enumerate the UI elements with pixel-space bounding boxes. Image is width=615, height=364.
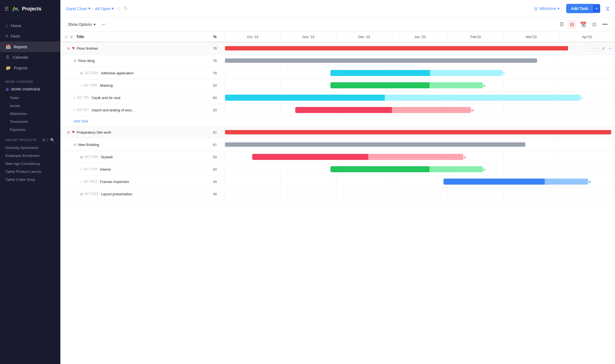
show-options-button[interactable]: Show Options ▾ [66,21,98,28]
bar-solid-interior [330,166,429,172]
gantt-grid-col-5 [504,79,559,91]
gantt-bar-caulk[interactable]: ▶ [225,95,584,101]
gantt-right-cell-new-building [225,139,615,151]
expand-icon-adhesive[interactable]: ⊖ [80,71,83,75]
gantt-row-floor-tiling: ⊖Floor tiling76 [60,55,615,67]
task-id-caulk: DC-T55 [77,96,89,100]
milestone-button[interactable]: ≣ Milestone ▾ [531,4,562,13]
sidebar-item-reports[interactable]: 📅 Reports [0,41,60,52]
add-task-button[interactable]: Add Task [566,4,593,13]
search-projects-icon[interactable]: 🔍 [50,138,55,142]
expand-icon-frames[interactable]: ○ [80,180,82,184]
expand-icon-marking[interactable]: ○ [80,83,82,88]
task-name-frames[interactable]: Frames inspection [100,180,208,184]
gantt-bar-floor-finishes[interactable] [225,46,568,50]
grid-btn[interactable]: ⊞ [600,46,607,51]
expand-icon-prep-site[interactable]: ⊖ [67,130,70,134]
gantt-bar-import[interactable]: ▶ [295,107,475,113]
breadcrumb-allopen-label: All Open [95,6,111,11]
bar-light-marking [429,82,483,88]
gantt-bar-interior[interactable]: ▶ [330,166,486,172]
gantt-bar-floor-tiling[interactable] [225,58,537,63]
refresh-icon[interactable]: ↻ [124,5,128,12]
task-name-adhesive[interactable]: Adhesive application [101,71,208,75]
expand-icon-new-building[interactable]: ⊖ [74,143,77,147]
toolbar-list-icon-btn[interactable]: ☰ [558,20,566,29]
bar-solid-marking [330,82,429,88]
expand-icon-drywall[interactable]: ⊖ [80,155,83,159]
task-name-floor-finishes[interactable]: Floor finishes [77,46,208,50]
sidebar-item-issues[interactable]: Issues [0,102,60,110]
favorite-star-icon[interactable]: ☆ [117,5,121,12]
toolbar-more-icon-btn[interactable]: ••• [600,20,610,29]
expand-btn[interactable]: + [593,46,599,51]
task-name-drywall[interactable]: Drywall [101,155,208,159]
month-header-0: Oct '19 [225,32,281,42]
gantt-bar-prep-site[interactable] [225,130,611,134]
header-sort-icon[interactable]: ⊕ [70,35,73,39]
project-item-zylker-launch[interactable]: Zylker Product Launch [0,168,60,176]
task-percent-new-building: 61 [209,143,220,147]
sidebar-item-expenses[interactable]: Expenses [0,126,60,134]
task-name-marking[interactable]: Marking [100,83,208,88]
task-name-import[interactable]: Import and testing of woo.. [92,108,208,112]
expand-icon-floor-tiling[interactable]: ⊖ [74,59,77,63]
hamburger-icon[interactable]: ☰ [4,6,9,12]
breadcrumb-gantt[interactable]: Gantt Chart ▾ [66,6,91,11]
milestone-label: Milestone [540,6,556,11]
gantt-grid-col-6 [559,55,615,67]
toolbar-gantt-icon-btn[interactable]: ⊟ [568,20,576,29]
toolbar-calendar-icon-btn[interactable]: 📆 [578,20,588,29]
gantt-bar-frames[interactable]: ▶ [443,179,592,185]
task-name-layout[interactable]: Layout presentation [101,192,208,196]
project-item-zylker-cofee[interactable]: Zylker Cofee Shop [0,176,60,184]
gantt-bar-marking[interactable]: ▶ [330,82,486,88]
sidebar-item-milestones[interactable]: Milestones [0,110,60,118]
gantt-bar-new-building[interactable] [225,142,525,147]
collapse-btn[interactable]: − [586,46,592,51]
task-name-interior[interactable]: Interior [100,167,208,171]
expand-icon-floor-finishes[interactable]: ⊖ [67,46,70,50]
gantt-bar-drywall[interactable]: ▶ [252,154,467,160]
breadcrumb-allopen[interactable]: All Open ▾ [95,6,114,11]
task-name-caulk[interactable]: Caulk and Air seal [92,96,208,100]
gantt-grid-col-0 [225,104,281,116]
sidebar-item-tasks[interactable]: Tasks [0,94,60,102]
task-name-new-building[interactable]: New Building [78,143,208,147]
gantt-right-cell-prep-site [225,126,615,138]
sidebar-item-timesheets[interactable]: Timesheets [0,118,60,126]
gantt-bar-adhesive[interactable]: ▶ [330,70,506,76]
expand-icon-import[interactable]: ○ [74,108,76,112]
task-name-prep-site[interactable]: Preparatory Site work [77,130,208,134]
gantt-left-cell-floor-finishes: ⊖⚑Floor finishes76 [60,44,225,53]
task-id-frames: DC-T617 [84,180,97,184]
expand-icon-caulk[interactable]: ○ [74,96,76,100]
project-item-newage[interactable]: New Age Consultancy [0,160,60,168]
sidebar-item-home[interactable]: ⌂ Home [0,21,60,31]
gantt-grid-col-5 [504,188,559,200]
expand-icon-layout[interactable]: ⊖ [80,192,83,196]
gantt-left-cell-marking: ○DC-T630Marking50 [60,81,225,90]
task-percent-interior: 40 [209,167,220,171]
filter-list-icon[interactable]: ⊟ [42,138,46,142]
toolbar-expand-icon-btn[interactable]: ⊡ [590,20,598,29]
add-task-link[interactable]: Add Task [74,119,88,123]
filter-icon[interactable]: ⧖ [606,5,610,12]
expand-icon-interior[interactable]: ○ [80,167,82,171]
bar-light-drywall [368,154,463,160]
header-icons: ⊡ ⊕ [65,35,73,39]
work-overview-section-label: WORK OVERVIEW [0,76,60,85]
project-item-donnelly[interactable]: Donnelly Apartments [0,144,60,152]
task-name-floor-tiling[interactable]: Floor tiling [78,59,208,63]
header-copy-icon[interactable]: ⊡ [65,35,68,39]
sidebar-item-projects[interactable]: 📁 Projects [0,63,60,73]
project-item-employee[interactable]: Employee Enrollment [0,152,60,160]
breadcrumb-allopen-arrow: ▾ [112,6,114,11]
add-task-dropdown-button[interactable]: ▾ [593,4,600,13]
sidebar-item-feed[interactable]: ≡ Feed [0,31,60,41]
month-header-3: Jan '20 [392,32,448,42]
gantt-grid-col-6 [559,151,615,163]
sidebar-item-calendar[interactable]: 🗓 Calendar [0,52,60,63]
gantt-left-cell-frames: ○DC-T617Frames inspection40 [60,177,225,186]
undo-button[interactable]: ↩ [100,21,107,29]
